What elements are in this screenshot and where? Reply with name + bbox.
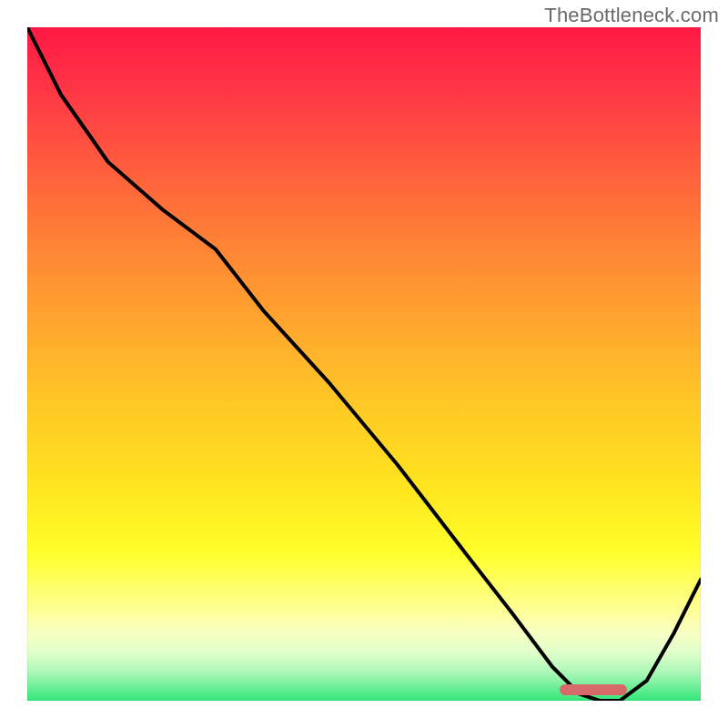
chart-gradient-background (27, 27, 701, 701)
chart-canvas (27, 27, 701, 701)
chart-minimum-marker (560, 684, 627, 695)
watermark-text: TheBottleneck.com (544, 4, 719, 27)
